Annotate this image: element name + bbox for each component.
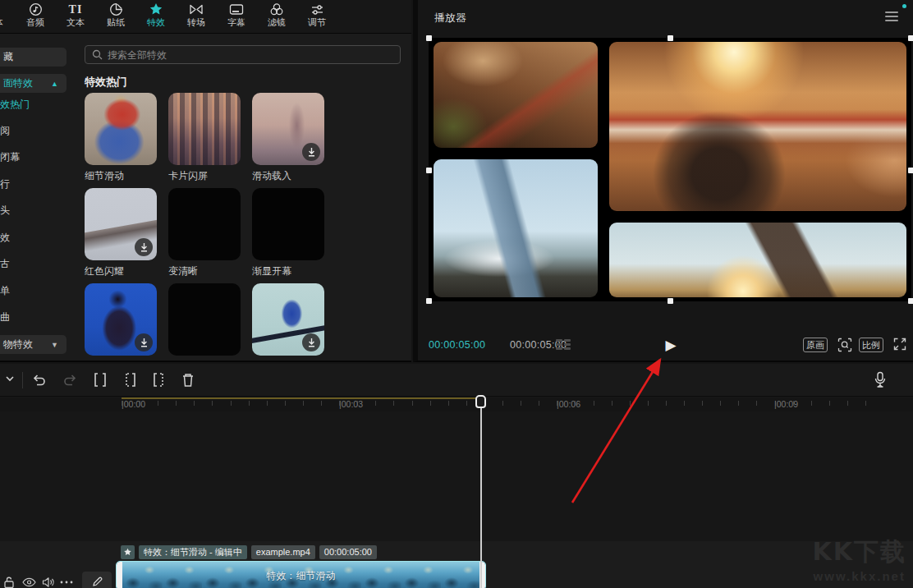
sidebar-item-2[interactable]: 闭幕	[0, 150, 72, 164]
transform-handle[interactable]	[908, 168, 913, 173]
adjust-sliders-icon	[310, 2, 324, 16]
clip-duration-badge: 00:00:05:00	[319, 545, 377, 559]
sidebar-item-hot[interactable]: 效热门	[0, 98, 72, 112]
download-icon[interactable]	[302, 143, 320, 161]
tab-transition-label: 转场	[187, 18, 205, 27]
sidebar-item-6[interactable]: 古	[0, 257, 72, 271]
effect-thumbnail	[252, 188, 324, 260]
effect-card[interactable]: 卡片闪屏	[168, 93, 241, 183]
watermark-url: www.kkx.net	[813, 569, 907, 583]
sidebar-item-label: 曲	[0, 311, 10, 323]
download-icon[interactable]	[135, 333, 153, 351]
tab-filter-label: 滤镜	[268, 18, 286, 27]
redo-icon[interactable]	[62, 372, 78, 388]
tab-audio[interactable]: 音频	[15, 2, 56, 32]
effect-name: 拉镜过渡	[168, 360, 241, 362]
effects-sidebar: 藏 面特效 ▲ 效热门 阅 闭幕 行 头 效 古 单 曲 物特效 ▼	[0, 34, 72, 362]
player-menu-icon[interactable]	[885, 11, 898, 21]
trim-left-icon[interactable]	[122, 372, 138, 388]
transform-handle[interactable]	[426, 35, 432, 41]
record-voiceover-icon[interactable]	[874, 371, 887, 388]
chevron-up-icon: ▲	[51, 80, 58, 88]
player-controls: 00:00:05:00 00:00:05:00 ▶ 原画 比例	[418, 332, 913, 360]
mute-speaker-icon[interactable]	[42, 577, 55, 588]
effect-card[interactable]: 渐显开幕	[252, 188, 324, 278]
more-options-icon[interactable]	[60, 581, 73, 584]
tab-media[interactable]: 媒体	[0, 2, 15, 32]
effect-thumbnail	[252, 283, 324, 356]
toolbar-divider	[22, 372, 23, 388]
video-preview[interactable]	[429, 38, 911, 301]
effect-card[interactable]: 镜像分身	[85, 283, 157, 362]
current-timecode: 00:00:05:00	[429, 339, 485, 351]
sidebar-item-3[interactable]: 行	[0, 177, 72, 191]
video-clip[interactable]: 特效：细节滑动	[116, 561, 486, 588]
quality-button[interactable]: 原画	[803, 338, 828, 352]
clip-badges: 特效：细节滑动 - 编辑中 example.mp4 00:00:05:00	[121, 545, 377, 559]
sidebar-item-label: 效	[0, 232, 10, 243]
effect-name: 运镜切换	[252, 360, 324, 362]
effect-thumbnail	[168, 93, 241, 165]
transform-handle[interactable]	[908, 298, 913, 304]
play-button[interactable]: ▶	[662, 337, 680, 355]
sidebar-item-5[interactable]: 效	[0, 231, 72, 245]
tab-subtitle[interactable]: 字幕	[216, 2, 257, 32]
effect-card[interactable]: 红色闪耀	[85, 188, 157, 278]
delete-icon[interactable]	[181, 372, 195, 388]
effects-search-bar[interactable]	[85, 45, 401, 64]
effect-card[interactable]: 细节滑动	[85, 93, 157, 183]
sidebar-item-favorites[interactable]: 藏	[0, 48, 67, 67]
preview-collage-panel-bottom-right	[609, 223, 906, 297]
effects-panel: 藏 面特效 ▲ 效热门 阅 闭幕 行 头 效 古 单 曲 物特效 ▼ 特效热门	[0, 34, 411, 362]
frame-grid-icon[interactable]	[556, 339, 572, 351]
player-panel: 播放器 00:00:05:00 00:00:05:00 ▶ 原画 比例	[413, 0, 913, 362]
fit-zoom-icon[interactable]	[837, 338, 852, 352]
transform-handle[interactable]	[426, 168, 432, 173]
sidebar-item-1[interactable]: 阅	[0, 124, 72, 138]
sidebar-item-label: 头	[0, 204, 10, 216]
split-clip-icon[interactable]	[92, 372, 108, 388]
track-options-chevron-icon[interactable]	[5, 375, 15, 382]
group-label: 面特效	[3, 76, 33, 90]
transform-handle[interactable]	[426, 298, 432, 304]
ruler-label: |00:03	[339, 399, 363, 409]
lock-track-icon[interactable]	[3, 576, 15, 588]
group-label: 物特效	[3, 338, 33, 351]
timeline-ruler[interactable]: |00:00 |00:03 |00:06 |00:09	[0, 397, 913, 411]
tab-text[interactable]: TI 文本	[55, 2, 96, 32]
player-header: 播放器	[418, 0, 913, 33]
effect-card[interactable]: 变清晰	[168, 188, 241, 278]
tab-adjust[interactable]: 调节	[296, 2, 337, 32]
effect-name: 渐显开幕	[252, 264, 324, 278]
ratio-button[interactable]: 比例	[859, 338, 883, 352]
tab-filter[interactable]: 滤镜	[256, 2, 297, 32]
tab-adjust-label: 调节	[308, 18, 326, 27]
effect-card[interactable]: 运镜切换	[252, 283, 324, 362]
sidebar-group-screen-effects[interactable]: 面特效 ▲	[0, 74, 67, 93]
effect-card[interactable]: 滑动载入	[252, 93, 324, 183]
tab-sticker[interactable]: 贴纸	[95, 2, 136, 32]
tab-transition[interactable]: 转场	[176, 2, 217, 32]
download-icon[interactable]	[135, 238, 153, 256]
effect-thumbnail	[168, 283, 241, 356]
sidebar-item-7[interactable]: 单	[0, 284, 72, 298]
tab-effects[interactable]: 特效	[135, 2, 177, 32]
ruler-ticks	[122, 401, 877, 406]
transform-handle[interactable]	[908, 35, 913, 41]
trim-right-icon[interactable]	[151, 372, 167, 388]
transform-handle[interactable]	[668, 35, 673, 41]
sidebar-item-4[interactable]: 头	[0, 204, 72, 218]
fullscreen-icon[interactable]	[893, 338, 906, 351]
sidebar-item-8[interactable]: 曲	[0, 310, 72, 324]
cover-button[interactable]: 封面	[82, 572, 112, 588]
sidebar-group-character-effects[interactable]: 物特效 ▼	[0, 335, 67, 354]
search-input[interactable]	[108, 49, 393, 61]
download-icon[interactable]	[302, 333, 320, 351]
playhead-handle[interactable]	[475, 395, 486, 408]
text-icon: TI	[69, 2, 83, 16]
undo-icon[interactable]	[31, 372, 47, 388]
toggle-visibility-eye-icon[interactable]	[22, 577, 36, 587]
transform-handle[interactable]	[668, 298, 673, 304]
effect-card[interactable]: 拉镜过渡	[168, 283, 241, 362]
pencil-icon	[92, 577, 103, 587]
